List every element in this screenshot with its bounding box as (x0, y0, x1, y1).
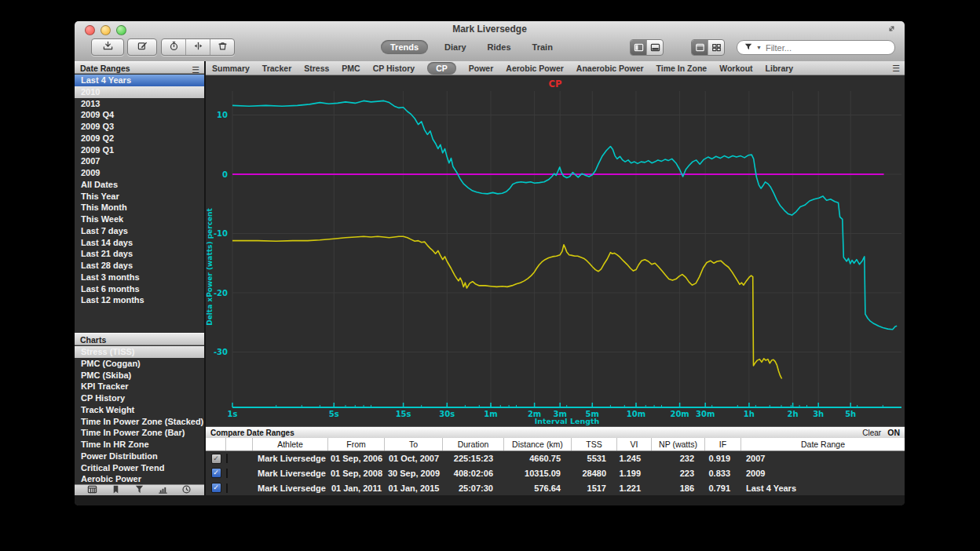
chart-item-time-in-power-zone-bar-[interactable]: Time In Power Zone (Bar) (75, 427, 204, 439)
column-header-blank[interactable] (206, 438, 226, 451)
chart-item-critical-power-trend[interactable]: Critical Power Trend (75, 462, 204, 474)
tab-aerobic-power[interactable]: Aerobic Power (506, 64, 564, 73)
chart-item-kpi-tracker[interactable]: KPI Tracker (75, 381, 204, 392)
charts-list: Stress (TISS)PMC (Coggan)PMC (Skiba)KPI … (75, 346, 204, 485)
view-button-diary[interactable]: Diary (440, 40, 471, 54)
chart-item-stress-tiss-[interactable]: Stress (TISS) (75, 346, 204, 358)
date-range-item-all-dates[interactable]: All Dates (75, 179, 204, 191)
filter-field[interactable]: ▼ (737, 40, 895, 55)
date-range-item-last-14-days[interactable]: Last 14 days (75, 237, 204, 249)
svg-text:5s: 5s (329, 410, 339, 418)
compare-on-toggle[interactable]: ON (887, 428, 900, 437)
tab-anaerobic-power[interactable]: Anaerobic Power (576, 64, 644, 73)
chart-item-time-in-power-zone-stacked-[interactable]: Time In Power Zone (Stacked) (75, 416, 204, 428)
row-checkbox[interactable]: ✓ (211, 468, 221, 478)
date-range-item-2009-q2[interactable]: 2009 Q2 (75, 133, 204, 144)
tab-cp-history[interactable]: CP History (373, 64, 415, 73)
date-range-item-2009[interactable]: 2009 (75, 167, 204, 179)
date-range-item-last-7-days[interactable]: Last 7 days (75, 225, 204, 237)
hamburger-icon[interactable]: ☰ (892, 64, 900, 74)
trash-icon (218, 40, 228, 54)
chart-item-pmc-coggan-[interactable]: PMC (Coggan) (75, 358, 204, 370)
import-icon (103, 40, 113, 54)
cell-to: 01 Jan, 2015 (385, 483, 443, 493)
view-button-trends[interactable]: Trends (381, 40, 428, 54)
row-checkbox[interactable]: ✓ (211, 454, 221, 464)
compare-row-2009[interactable]: ✓Mark Liversedge01 Sep, 200830 Sep, 2009… (206, 466, 905, 481)
date-range-item-2007[interactable]: 2007 (75, 155, 204, 167)
chart-item-pmc-skiba-[interactable]: PMC (Skiba) (75, 370, 204, 381)
chart-item-track-weight[interactable]: Track Weight (75, 404, 204, 416)
column-header-if[interactable]: IF (705, 438, 741, 451)
date-range-item-last-4-years[interactable]: Last 4 Years (75, 75, 204, 86)
tab-time-in-zone[interactable]: Time In Zone (656, 64, 708, 73)
cell-athlete: Mark Liversedge (253, 469, 328, 478)
column-header-from[interactable]: From (328, 438, 385, 451)
import-button[interactable] (91, 38, 124, 56)
cell-tss: 28480 (572, 469, 617, 478)
tab-pmc[interactable]: PMC (342, 64, 360, 73)
compose-button[interactable] (127, 38, 157, 56)
cell-np: 232 (652, 454, 705, 463)
date-range-item-2009-q1[interactable]: 2009 Q1 (75, 144, 204, 156)
titlebar[interactable]: Mark Liversedge (75, 21, 905, 35)
view-button-rides[interactable]: Rides (483, 40, 516, 54)
funnel-icon (744, 41, 754, 55)
date-range-item-2010[interactable]: 2010 (75, 86, 204, 98)
column-header-date-range[interactable]: Date Range (741, 438, 905, 451)
date-range-item-this-month[interactable]: This Month (75, 202, 204, 213)
chart-item-cp-history[interactable]: CP History (75, 392, 204, 404)
tab-summary[interactable]: Summary (212, 64, 250, 73)
svg-text:1s: 1s (228, 410, 238, 418)
cell-to: 01 Oct, 2007 (385, 454, 443, 463)
compare-row-2007[interactable]: ✓Mark Liversedge01 Sep, 200601 Oct, 2007… (206, 451, 905, 466)
column-header-vi[interactable]: VI (617, 438, 652, 451)
tab-workout[interactable]: Workout (719, 64, 752, 73)
cell-duration: 408:02:06 (443, 469, 504, 478)
column-header-np-watts-[interactable]: NP (watts) (652, 438, 705, 451)
tab-power[interactable]: Power (469, 64, 494, 73)
column-header-to[interactable]: To (385, 438, 443, 451)
layout-bottom-button[interactable] (646, 40, 663, 55)
clear-button[interactable]: Clear (862, 429, 883, 437)
column-header-distance-km-[interactable]: Distance (km) (504, 438, 572, 451)
column-header-blank[interactable] (226, 438, 253, 451)
date-range-item-last-12-months[interactable]: Last 12 months (75, 294, 204, 306)
sidebar-footer-toolbar (75, 484, 204, 496)
row-checkbox[interactable]: ✓ (211, 483, 221, 493)
date-range-item-this-week[interactable]: This Week (75, 213, 204, 225)
chart-item-time-in-hr-zone[interactable]: Time In HR Zone (75, 439, 204, 451)
cell-tss: 1517 (572, 483, 617, 493)
column-header-tss[interactable]: TSS (572, 438, 617, 451)
svg-text:5h: 5h (845, 410, 856, 418)
date-range-item-last-6-months[interactable]: Last 6 months (75, 283, 204, 295)
window-tiled-button[interactable] (708, 40, 724, 55)
date-range-item-2009-q3[interactable]: 2009 Q3 (75, 121, 204, 133)
column-header-athlete[interactable]: Athlete (253, 438, 328, 451)
tab-tracker[interactable]: Tracker (262, 64, 291, 73)
filter-input[interactable] (764, 42, 861, 53)
date-range-item-last-3-months[interactable]: Last 3 months (75, 272, 204, 283)
stopwatch-button[interactable] (162, 39, 185, 55)
resize-icon[interactable] (887, 23, 898, 35)
tab-cp[interactable]: CP (427, 62, 456, 75)
split-button[interactable] (185, 39, 210, 55)
tab-library[interactable]: Library (766, 64, 794, 73)
date-range-item-last-21-days[interactable]: Last 21 days (75, 248, 204, 260)
chart-item-power-distribution[interactable]: Power Distribution (75, 451, 204, 462)
sidebar: Date Ranges ☰ Last 4 Years201020132009 Q… (75, 61, 204, 505)
date-range-item-2013[interactable]: 2013 (75, 98, 204, 110)
view-button-train[interactable]: Train (528, 40, 558, 54)
compose-icon (137, 40, 148, 54)
date-range-item-this-year[interactable]: This Year (75, 191, 204, 203)
stopwatch-icon (169, 40, 179, 54)
cell-vi: 1.245 (617, 454, 652, 463)
window-single-button[interactable] (692, 40, 708, 55)
tab-stress[interactable]: Stress (304, 64, 329, 73)
date-range-item-last-28-days[interactable]: Last 28 days (75, 260, 204, 272)
delete-button[interactable] (210, 39, 234, 55)
column-header-duration[interactable]: Duration (443, 438, 504, 451)
compare-row-last-4-years[interactable]: ✓Mark Liversedge01 Jan, 201101 Jan, 2015… (206, 480, 905, 495)
layout-left-button[interactable] (631, 40, 646, 55)
date-range-item-2009-q4[interactable]: 2009 Q4 (75, 109, 204, 121)
